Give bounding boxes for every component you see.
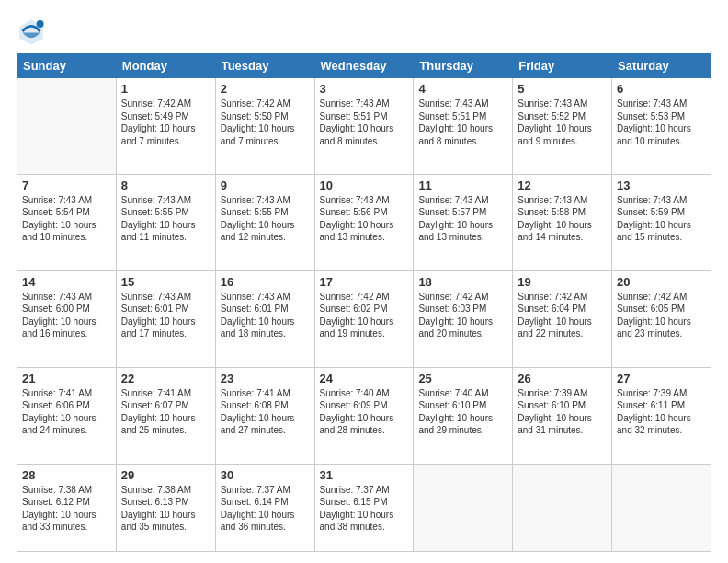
day-info: Sunrise: 7:41 AM Sunset: 6:07 PM Dayligh…: [121, 387, 210, 437]
day-info: Sunrise: 7:38 AM Sunset: 6:13 PM Dayligh…: [121, 484, 210, 534]
day-info: Sunrise: 7:37 AM Sunset: 6:14 PM Dayligh…: [221, 484, 310, 534]
day-number: 19: [518, 275, 607, 289]
weekday-header-row: SundayMondayTuesdayWednesdayThursdayFrid…: [17, 54, 711, 78]
calendar-cell: 31Sunrise: 7:37 AM Sunset: 6:15 PM Dayli…: [314, 464, 414, 551]
calendar-cell: 24Sunrise: 7:40 AM Sunset: 6:09 PM Dayli…: [314, 367, 414, 464]
weekday-header-wednesday: Wednesday: [314, 54, 414, 78]
calendar-cell: 22Sunrise: 7:41 AM Sunset: 6:07 PM Dayli…: [116, 367, 215, 464]
day-info: Sunrise: 7:40 AM Sunset: 6:10 PM Dayligh…: [418, 387, 507, 437]
day-number: 13: [617, 178, 706, 192]
page: SundayMondayTuesdayWednesdayThursdayFrid…: [0, 0, 728, 563]
day-number: 23: [221, 372, 310, 385]
day-info: Sunrise: 7:41 AM Sunset: 6:08 PM Dayligh…: [221, 387, 310, 437]
day-number: 3: [320, 82, 409, 96]
day-number: 26: [518, 372, 607, 385]
day-number: 15: [121, 275, 210, 289]
day-number: 31: [320, 468, 409, 482]
logo: [17, 17, 50, 46]
day-info: Sunrise: 7:41 AM Sunset: 6:06 PM Dayligh…: [22, 387, 111, 437]
calendar-cell: 11Sunrise: 7:43 AM Sunset: 5:57 PM Dayli…: [414, 174, 513, 270]
day-number: 20: [617, 275, 706, 289]
day-number: 1: [121, 82, 210, 96]
day-info: Sunrise: 7:39 AM Sunset: 6:10 PM Dayligh…: [518, 387, 607, 437]
calendar-week-row: 21Sunrise: 7:41 AM Sunset: 6:06 PM Dayli…: [17, 367, 711, 464]
calendar-cell: 14Sunrise: 7:43 AM Sunset: 6:00 PM Dayli…: [17, 270, 117, 367]
day-info: Sunrise: 7:42 AM Sunset: 5:50 PM Dayligh…: [221, 98, 310, 147]
day-info: Sunrise: 7:43 AM Sunset: 5:59 PM Dayligh…: [617, 194, 706, 244]
weekday-header-thursday: Thursday: [414, 54, 513, 78]
weekday-header-monday: Monday: [116, 54, 215, 78]
day-info: Sunrise: 7:43 AM Sunset: 5:55 PM Dayligh…: [121, 194, 210, 244]
calendar-cell: 19Sunrise: 7:42 AM Sunset: 6:04 PM Dayli…: [513, 270, 612, 367]
calendar-cell: 9Sunrise: 7:43 AM Sunset: 5:55 PM Daylig…: [215, 174, 314, 270]
day-info: Sunrise: 7:39 AM Sunset: 6:11 PM Dayligh…: [617, 387, 706, 437]
calendar-cell: 29Sunrise: 7:38 AM Sunset: 6:13 PM Dayli…: [116, 464, 215, 551]
day-info: Sunrise: 7:42 AM Sunset: 6:03 PM Dayligh…: [418, 291, 507, 340]
day-number: 9: [221, 178, 310, 192]
day-info: Sunrise: 7:43 AM Sunset: 5:51 PM Dayligh…: [418, 98, 507, 147]
logo-icon: [17, 17, 46, 46]
day-number: 27: [617, 372, 706, 385]
day-number: 29: [121, 468, 210, 482]
calendar-cell: [17, 78, 117, 175]
weekday-header-sunday: Sunday: [17, 54, 117, 78]
day-info: Sunrise: 7:43 AM Sunset: 5:53 PM Dayligh…: [617, 98, 706, 147]
calendar-cell: 3Sunrise: 7:43 AM Sunset: 5:51 PM Daylig…: [314, 78, 414, 175]
calendar-cell: 25Sunrise: 7:40 AM Sunset: 6:10 PM Dayli…: [414, 367, 513, 464]
day-number: 22: [121, 372, 210, 385]
calendar-cell: 6Sunrise: 7:43 AM Sunset: 5:53 PM Daylig…: [612, 78, 711, 175]
calendar-cell: 1Sunrise: 7:42 AM Sunset: 5:49 PM Daylig…: [116, 78, 215, 175]
day-info: Sunrise: 7:43 AM Sunset: 5:51 PM Dayligh…: [320, 98, 409, 147]
calendar-cell: [414, 464, 513, 551]
calendar-week-row: 14Sunrise: 7:43 AM Sunset: 6:00 PM Dayli…: [17, 270, 711, 367]
calendar-cell: 28Sunrise: 7:38 AM Sunset: 6:12 PM Dayli…: [17, 464, 117, 551]
day-number: 11: [418, 178, 507, 192]
weekday-header-tuesday: Tuesday: [215, 54, 314, 78]
day-number: 16: [221, 275, 310, 289]
calendar-cell: 7Sunrise: 7:43 AM Sunset: 5:54 PM Daylig…: [17, 174, 117, 270]
day-info: Sunrise: 7:40 AM Sunset: 6:09 PM Dayligh…: [320, 387, 409, 437]
day-info: Sunrise: 7:43 AM Sunset: 5:56 PM Dayligh…: [320, 194, 409, 244]
day-number: 21: [22, 372, 111, 385]
day-number: 28: [22, 468, 111, 482]
day-number: 17: [320, 275, 409, 289]
calendar-cell: 27Sunrise: 7:39 AM Sunset: 6:11 PM Dayli…: [612, 367, 711, 464]
day-info: Sunrise: 7:42 AM Sunset: 6:02 PM Dayligh…: [320, 291, 409, 340]
day-number: 18: [418, 275, 507, 289]
calendar-week-row: 28Sunrise: 7:38 AM Sunset: 6:12 PM Dayli…: [17, 464, 711, 551]
calendar-cell: 5Sunrise: 7:43 AM Sunset: 5:52 PM Daylig…: [513, 78, 612, 175]
calendar-cell: 2Sunrise: 7:42 AM Sunset: 5:50 PM Daylig…: [215, 78, 314, 175]
calendar-cell: 30Sunrise: 7:37 AM Sunset: 6:14 PM Dayli…: [215, 464, 314, 551]
calendar-cell: 26Sunrise: 7:39 AM Sunset: 6:10 PM Dayli…: [513, 367, 612, 464]
day-number: 10: [320, 178, 409, 192]
day-info: Sunrise: 7:42 AM Sunset: 5:49 PM Dayligh…: [121, 98, 210, 147]
calendar-cell: 21Sunrise: 7:41 AM Sunset: 6:06 PM Dayli…: [17, 367, 117, 464]
day-info: Sunrise: 7:43 AM Sunset: 5:58 PM Dayligh…: [518, 194, 607, 244]
day-info: Sunrise: 7:43 AM Sunset: 5:54 PM Dayligh…: [22, 194, 111, 244]
calendar-cell: 17Sunrise: 7:42 AM Sunset: 6:02 PM Dayli…: [314, 270, 414, 367]
day-number: 6: [617, 82, 706, 96]
day-info: Sunrise: 7:42 AM Sunset: 6:05 PM Dayligh…: [617, 291, 706, 340]
day-number: 14: [22, 275, 111, 289]
calendar-cell: 13Sunrise: 7:43 AM Sunset: 5:59 PM Dayli…: [612, 174, 711, 270]
day-info: Sunrise: 7:43 AM Sunset: 5:52 PM Dayligh…: [518, 98, 607, 147]
day-number: 8: [121, 178, 210, 192]
day-number: 12: [518, 178, 607, 192]
day-info: Sunrise: 7:43 AM Sunset: 5:57 PM Dayligh…: [418, 194, 507, 244]
calendar-cell: 12Sunrise: 7:43 AM Sunset: 5:58 PM Dayli…: [513, 174, 612, 270]
calendar-cell: 23Sunrise: 7:41 AM Sunset: 6:08 PM Dayli…: [215, 367, 314, 464]
calendar-cell: [513, 464, 612, 551]
calendar-cell: 16Sunrise: 7:43 AM Sunset: 6:01 PM Dayli…: [215, 270, 314, 367]
day-number: 5: [518, 82, 607, 96]
day-info: Sunrise: 7:38 AM Sunset: 6:12 PM Dayligh…: [22, 484, 111, 534]
day-info: Sunrise: 7:43 AM Sunset: 6:01 PM Dayligh…: [121, 291, 210, 340]
day-number: 7: [22, 178, 111, 192]
day-number: 24: [320, 372, 409, 385]
weekday-header-saturday: Saturday: [612, 54, 711, 78]
weekday-header-friday: Friday: [513, 54, 612, 78]
day-info: Sunrise: 7:43 AM Sunset: 6:00 PM Dayligh…: [22, 291, 111, 340]
day-number: 30: [221, 468, 310, 482]
calendar-week-row: 7Sunrise: 7:43 AM Sunset: 5:54 PM Daylig…: [17, 174, 711, 270]
calendar-cell: 15Sunrise: 7:43 AM Sunset: 6:01 PM Dayli…: [116, 270, 215, 367]
calendar-cell: 4Sunrise: 7:43 AM Sunset: 5:51 PM Daylig…: [414, 78, 513, 175]
